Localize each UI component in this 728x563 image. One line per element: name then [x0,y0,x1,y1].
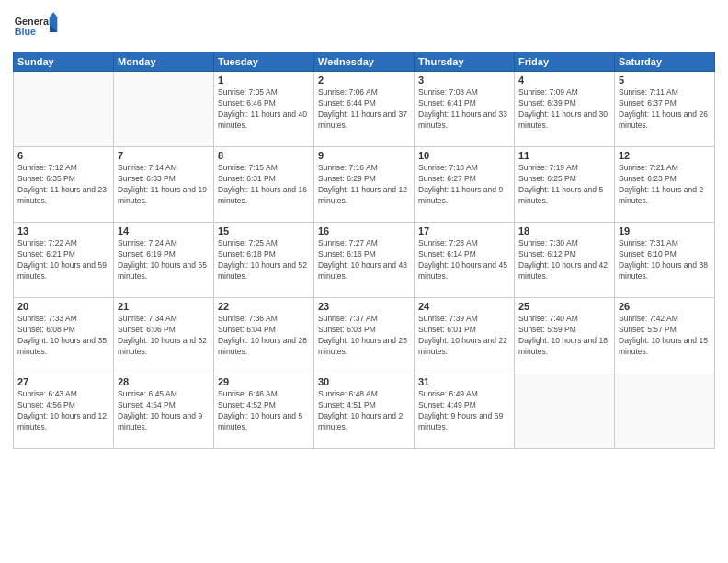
day-number: 10 [418,150,510,161]
calendar-cell [615,373,715,449]
calendar-week-2: 6Sunrise: 7:12 AM Sunset: 6:35 PM Daylig… [14,147,715,223]
day-info: Sunrise: 7:40 AM Sunset: 5:59 PM Dayligh… [518,314,610,358]
day-info: Sunrise: 7:31 AM Sunset: 6:10 PM Dayligh… [619,238,711,282]
day-number: 8 [218,150,310,161]
day-info: Sunrise: 7:15 AM Sunset: 6:31 PM Dayligh… [218,163,310,207]
day-number: 27 [17,376,109,387]
day-number: 22 [218,301,310,312]
calendar-cell: 24Sunrise: 7:39 AM Sunset: 6:01 PM Dayli… [415,298,515,373]
day-info: Sunrise: 7:42 AM Sunset: 5:57 PM Dayligh… [619,314,711,358]
svg-text:General: General [15,16,51,27]
calendar-week-5: 27Sunrise: 6:43 AM Sunset: 4:56 PM Dayli… [14,373,715,449]
day-info: Sunrise: 7:30 AM Sunset: 6:12 PM Dayligh… [518,238,610,282]
day-info: Sunrise: 7:36 AM Sunset: 6:04 PM Dayligh… [218,314,310,358]
day-info: Sunrise: 7:16 AM Sunset: 6:29 PM Dayligh… [318,163,410,207]
calendar-cell: 28Sunrise: 6:45 AM Sunset: 4:54 PM Dayli… [114,373,214,449]
day-number: 19 [619,225,711,236]
calendar-week-3: 13Sunrise: 7:22 AM Sunset: 6:21 PM Dayli… [14,223,715,298]
calendar-cell: 26Sunrise: 7:42 AM Sunset: 5:57 PM Dayli… [615,298,715,373]
calendar-cell: 15Sunrise: 7:25 AM Sunset: 6:18 PM Dayli… [214,223,314,298]
day-number: 20 [17,301,109,312]
day-number: 7 [118,150,210,161]
calendar-cell: 1Sunrise: 7:05 AM Sunset: 6:46 PM Daylig… [214,72,314,147]
calendar-cell: 4Sunrise: 7:09 AM Sunset: 6:39 PM Daylig… [515,72,615,147]
weekday-header-thursday: Thursday [415,52,515,72]
day-info: Sunrise: 7:33 AM Sunset: 6:08 PM Dayligh… [17,314,109,358]
day-number: 12 [619,150,711,161]
day-number: 18 [518,225,610,236]
page-container: General Blue SundayMondayTuesdayWednesda… [0,0,728,563]
day-info: Sunrise: 6:48 AM Sunset: 4:51 PM Dayligh… [318,389,410,433]
calendar-cell: 25Sunrise: 7:40 AM Sunset: 5:59 PM Dayli… [515,298,615,373]
day-number: 30 [318,376,410,387]
day-number: 29 [218,376,310,387]
weekday-header-row: SundayMondayTuesdayWednesdayThursdayFrid… [14,52,715,72]
calendar-cell: 17Sunrise: 7:28 AM Sunset: 6:14 PM Dayli… [415,223,515,298]
calendar-cell: 14Sunrise: 7:24 AM Sunset: 6:19 PM Dayli… [114,223,214,298]
logo-icon: General Blue [13,9,59,46]
day-info: Sunrise: 7:18 AM Sunset: 6:27 PM Dayligh… [418,163,510,207]
day-info: Sunrise: 7:27 AM Sunset: 6:16 PM Dayligh… [318,238,410,282]
calendar-cell: 10Sunrise: 7:18 AM Sunset: 6:27 PM Dayli… [415,147,515,223]
day-number: 25 [518,301,610,312]
day-info: Sunrise: 7:34 AM Sunset: 6:06 PM Dayligh… [118,314,210,358]
calendar-week-1: 1Sunrise: 7:05 AM Sunset: 6:46 PM Daylig… [14,72,715,147]
day-info: Sunrise: 6:49 AM Sunset: 4:49 PM Dayligh… [418,389,510,433]
calendar-cell: 22Sunrise: 7:36 AM Sunset: 6:04 PM Dayli… [214,298,314,373]
calendar-cell: 27Sunrise: 6:43 AM Sunset: 4:56 PM Dayli… [14,373,114,449]
day-info: Sunrise: 7:05 AM Sunset: 6:46 PM Dayligh… [218,87,310,132]
calendar-cell: 16Sunrise: 7:27 AM Sunset: 6:16 PM Dayli… [314,223,415,298]
day-number: 24 [418,301,510,312]
day-info: Sunrise: 7:09 AM Sunset: 6:39 PM Dayligh… [518,87,610,132]
svg-marker-3 [50,12,57,17]
weekday-header-wednesday: Wednesday [314,52,415,72]
weekday-header-sunday: Sunday [14,52,114,72]
svg-text:Blue: Blue [15,26,36,37]
calendar-week-4: 20Sunrise: 7:33 AM Sunset: 6:08 PM Dayli… [14,298,715,373]
calendar-cell: 29Sunrise: 6:46 AM Sunset: 4:52 PM Dayli… [214,373,314,449]
calendar-cell: 23Sunrise: 7:37 AM Sunset: 6:03 PM Dayli… [314,298,415,373]
calendar-cell: 6Sunrise: 7:12 AM Sunset: 6:35 PM Daylig… [14,147,114,223]
day-number: 31 [418,376,510,387]
calendar-cell: 19Sunrise: 7:31 AM Sunset: 6:10 PM Dayli… [615,223,715,298]
calendar-cell: 9Sunrise: 7:16 AM Sunset: 6:29 PM Daylig… [314,147,415,223]
calendar-cell [515,373,615,449]
day-info: Sunrise: 7:12 AM Sunset: 6:35 PM Dayligh… [17,163,109,207]
day-number: 3 [418,75,510,86]
day-number: 23 [318,301,410,312]
day-info: Sunrise: 7:25 AM Sunset: 6:18 PM Dayligh… [218,238,310,282]
calendar-cell: 30Sunrise: 6:48 AM Sunset: 4:51 PM Dayli… [314,373,415,449]
day-number: 16 [318,225,410,236]
calendar-cell: 8Sunrise: 7:15 AM Sunset: 6:31 PM Daylig… [214,147,314,223]
logo: General Blue [13,9,59,46]
calendar-cell: 18Sunrise: 7:30 AM Sunset: 6:12 PM Dayli… [515,223,615,298]
weekday-header-monday: Monday [114,52,214,72]
day-info: Sunrise: 7:08 AM Sunset: 6:41 PM Dayligh… [418,87,510,132]
calendar-cell [114,72,214,147]
weekday-header-friday: Friday [515,52,615,72]
day-number: 15 [218,225,310,236]
header: General Blue [13,9,715,46]
calendar-cell [14,72,114,147]
day-number: 2 [318,75,410,86]
calendar-cell: 12Sunrise: 7:21 AM Sunset: 6:23 PM Dayli… [615,147,715,223]
calendar-cell: 3Sunrise: 7:08 AM Sunset: 6:41 PM Daylig… [415,72,515,147]
day-number: 4 [518,75,610,86]
day-info: Sunrise: 6:45 AM Sunset: 4:54 PM Dayligh… [118,389,210,433]
day-info: Sunrise: 7:14 AM Sunset: 6:33 PM Dayligh… [118,163,210,207]
day-number: 11 [518,150,610,161]
day-number: 13 [17,225,109,236]
day-info: Sunrise: 7:39 AM Sunset: 6:01 PM Dayligh… [418,314,510,358]
day-info: Sunrise: 7:24 AM Sunset: 6:19 PM Dayligh… [118,238,210,282]
calendar-cell: 21Sunrise: 7:34 AM Sunset: 6:06 PM Dayli… [114,298,214,373]
day-number: 17 [418,225,510,236]
calendar-cell: 7Sunrise: 7:14 AM Sunset: 6:33 PM Daylig… [114,147,214,223]
day-number: 21 [118,301,210,312]
day-number: 28 [118,376,210,387]
calendar-cell: 2Sunrise: 7:06 AM Sunset: 6:44 PM Daylig… [314,72,415,147]
day-info: Sunrise: 7:06 AM Sunset: 6:44 PM Dayligh… [318,87,410,132]
calendar-cell: 20Sunrise: 7:33 AM Sunset: 6:08 PM Dayli… [14,298,114,373]
weekday-header-tuesday: Tuesday [214,52,314,72]
weekday-header-saturday: Saturday [615,52,715,72]
day-info: Sunrise: 6:43 AM Sunset: 4:56 PM Dayligh… [17,389,109,433]
